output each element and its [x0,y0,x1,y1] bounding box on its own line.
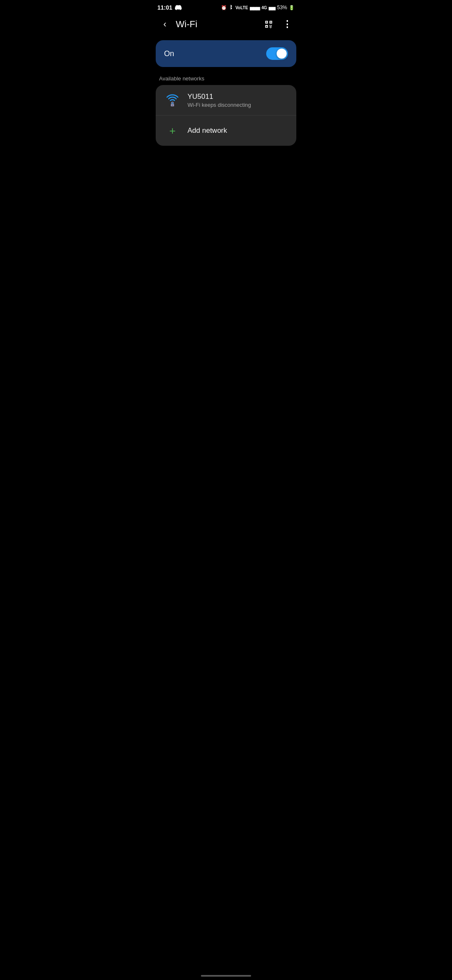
signal2-icon: ▅▅ [269,5,275,10]
wifi-network-icon-wrap [164,92,181,108]
networks-card: YU5011 Wi-Fi keeps disconnecting + Add n… [156,85,296,146]
available-networks-label: Available networks [151,67,301,85]
4g-icon: 4G [262,5,267,10]
battery-level: 53% [277,5,287,10]
wifi-toggle-label: On [164,49,174,58]
wifi-signal-icon [165,93,180,108]
add-network-icon: + [164,122,181,139]
network-name-yu5011: YU5011 [187,93,288,101]
signal-bars-icon: ▅▅▅ [250,5,260,10]
toggle-thumb [277,49,287,59]
app-bar-actions: ⋮ [261,17,295,32]
signal-icon: VoLTE [235,5,248,10]
bluetooth-icon [229,4,234,11]
more-options-button[interactable]: ⋮ [280,17,295,32]
wifi-toggle-card[interactable]: On [156,40,296,67]
qr-button[interactable] [261,17,276,32]
page-title: Wi-Fi [176,19,261,30]
network-info-yu5011: YU5011 Wi-Fi keeps disconnecting [187,93,288,108]
back-button[interactable]: ‹ [157,17,172,32]
qr-code-icon [264,20,273,29]
status-bar: 11:01 ⏰ VoLTE ▅▅▅ 4G ▅▅ 53% 🔋 [151,0,301,13]
add-network-item[interactable]: + Add network [156,116,296,146]
app-bar: ‹ Wi-Fi ⋮ [151,13,301,35]
discord-icon [175,4,182,11]
svg-point-1 [172,105,173,106]
add-network-label: Add network [187,126,227,135]
wifi-toggle-switch[interactable] [266,47,288,60]
status-left: 11:01 [157,4,182,11]
battery-icon: 🔋 [289,5,295,10]
alarm-icon: ⏰ [221,5,227,10]
network-item-yu5011[interactable]: YU5011 Wi-Fi keeps disconnecting [156,85,296,116]
status-time: 11:01 [157,4,172,11]
more-dots-icon: ⋮ [282,19,292,30]
status-right: ⏰ VoLTE ▅▅▅ 4G ▅▅ 53% 🔋 [221,4,295,11]
network-status-yu5011: Wi-Fi keeps disconnecting [187,102,288,108]
back-arrow-icon: ‹ [163,19,166,30]
